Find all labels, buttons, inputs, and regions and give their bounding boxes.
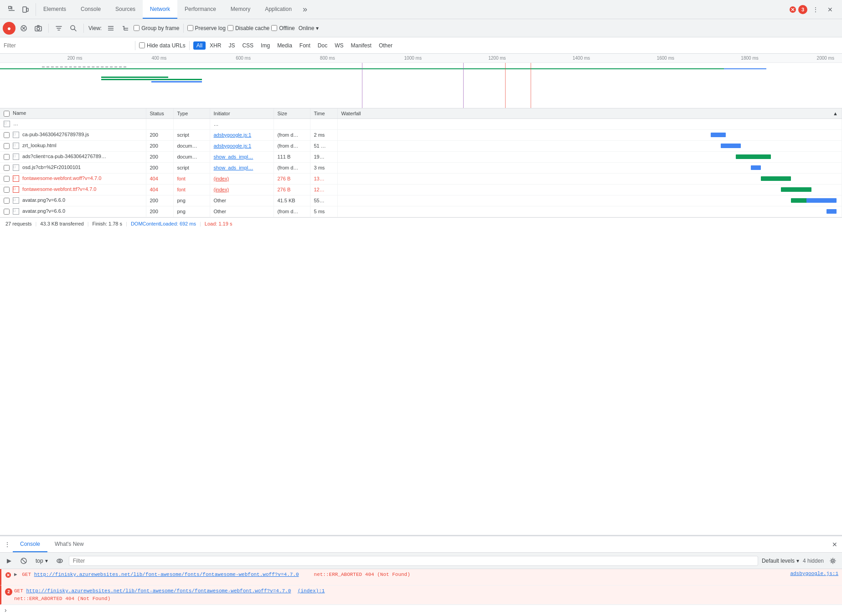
close-console-button[interactable]: ✕ [829,539,840,550]
disable-cache-label[interactable]: Disable cache [235,25,269,31]
tab-console[interactable]: Console [73,0,108,19]
col-size[interactable]: Size [274,108,310,118]
context-select[interactable]: top ▾ [33,557,51,565]
table-row-error[interactable]: □ fontawesome-webfont.woff?v=4.7.0 404 f… [0,173,842,184]
initiator-link[interactable]: (index) [214,176,229,181]
filter-type-js[interactable]: JS [225,41,238,50]
console-prompt-input[interactable] [11,607,838,614]
filter-button[interactable] [52,22,65,35]
table-row[interactable]: □ zrt_lookup.html 200 docum… adsbygoogle… [0,140,842,151]
tab-network[interactable]: Network [143,0,177,19]
console-settings-button[interactable] [827,555,838,566]
table-row[interactable]: □ … … [0,118,842,129]
filter-type-manifest[interactable]: Manifest [348,41,375,50]
tl-gray-dashed [42,67,126,67]
network-throttle-select[interactable]: Online ▾ [297,25,321,31]
tl-vline-purple [362,63,362,108]
offline-label[interactable]: Offline [279,25,294,31]
col-initiator[interactable]: Initiator [210,108,274,118]
row-time: 3 ms [310,162,337,173]
svg-rect-0 [9,6,11,9]
list-view-button[interactable] [104,22,117,35]
filter-type-media[interactable]: Media [274,41,295,50]
execute-button[interactable]: ▶ [4,555,15,566]
prompt-icon: › [4,607,7,614]
collapse-arrow[interactable]: ▶ [14,572,17,577]
col-status[interactable]: Status [146,108,173,118]
error-source-2a[interactable]: (index):1 [294,588,325,594]
tab-memory[interactable]: Memory [223,0,258,19]
disable-cache-checkbox[interactable] [227,25,233,31]
col-name[interactable]: Name [0,108,146,118]
row-checkbox[interactable] [4,165,10,171]
tree-view-button[interactable] [119,22,132,35]
tab-bar-right: 3 ⋮ ✕ [789,3,840,16]
error-source-1[interactable]: adsbygoogle.js:1 [786,571,838,576]
table-container[interactable]: Name Status Type Initiator Size Time Wat… [0,108,842,217]
filter-type-xhr[interactable]: XHR [207,41,224,50]
row-initiator: Other [210,195,274,206]
row-checkbox[interactable] [4,143,10,149]
filter-type-other[interactable]: Other [376,41,396,50]
table-row[interactable]: □ ads?client=ca-pub-3463064276789… 200 d… [0,151,842,162]
device-toggle-icon[interactable] [19,3,32,16]
table-row[interactable]: □ osd.js?cb=%2Fr20100101 200 script show… [0,162,842,173]
console-menu-icon[interactable]: ⋮ [2,539,13,550]
row-checkbox[interactable] [4,154,10,160]
network-timeline: 200 ms 400 ms 600 ms 800 ms 1000 ms 1200… [0,54,842,108]
inspect-icon[interactable] [5,3,18,16]
group-by-frame-label[interactable]: Group by frame [141,25,179,31]
filter-type-ws[interactable]: WS [331,41,346,50]
filter-type-img[interactable]: Img [258,41,273,50]
initiator-link[interactable]: show_ads_impl… [214,165,253,170]
row-checkbox[interactable] [4,132,10,138]
tick-600: 600 ms [236,56,251,61]
table-row[interactable]: □ ca-pub-3463064276789789.js 200 script … [0,129,842,140]
filter-type-css[interactable]: CSS [239,41,257,50]
row-checkbox[interactable] [4,198,10,204]
more-options-button[interactable]: ⋮ [809,3,822,16]
clear-button[interactable] [17,22,30,35]
tab-performance[interactable]: Performance [177,0,223,19]
row-checkbox[interactable] [4,209,10,215]
console-tab-console[interactable]: Console [13,536,47,552]
tab-sources[interactable]: Sources [108,0,143,19]
table-row[interactable]: □ avatar.png?v=6.6.0 200 png Other (from… [0,206,842,217]
select-all-checkbox[interactable] [4,111,10,117]
filter-type-font[interactable]: Font [296,41,314,50]
more-tabs-button[interactable]: » [299,0,311,19]
filter-type-all[interactable]: All [193,41,206,50]
eye-button[interactable] [54,555,65,566]
filter-input[interactable] [4,42,131,49]
initiator-link[interactable]: adsbygoogle.js:1 [214,143,252,149]
row-type: png [173,206,210,217]
hide-data-urls-checkbox[interactable] [139,42,145,48]
tab-elements[interactable]: Elements [36,0,73,19]
search-button[interactable] [67,22,80,35]
row-checkbox[interactable] [4,187,10,193]
tab-application[interactable]: Application [258,0,299,19]
col-waterfall[interactable]: Waterfall ▲ [337,108,842,118]
col-time[interactable]: Time [310,108,337,118]
error-url-1[interactable]: http://finisky.azurewebsites.net/lib/fon… [34,572,299,577]
col-type[interactable]: Type [173,108,210,118]
console-filter-input[interactable] [69,556,758,566]
camera-button[interactable] [32,22,45,35]
group-by-frame-checkbox[interactable] [134,25,139,31]
row-checkbox[interactable] [4,176,10,182]
close-devtools-button[interactable]: ✕ [824,3,837,16]
filter-type-doc[interactable]: Doc [315,41,331,50]
record-button[interactable]: ● [3,22,15,35]
table-row-error[interactable]: □ fontawesome-webfont.ttf?v=4.7.0 404 fo… [0,184,842,195]
error-url-2[interactable]: http://finisky.azurewebsites.net/lib/fon… [26,588,291,594]
console-levels-select[interactable]: Default levels ▾ [762,558,799,564]
offline-checkbox[interactable] [271,25,277,31]
row-waterfall [337,129,842,140]
table-row[interactable]: □ avatar.png?v=6.6.0 200 png Other 41.5 … [0,195,842,206]
initiator-link[interactable]: adsbygoogle.js:1 [214,132,252,138]
initiator-link[interactable]: (index) [214,187,229,192]
block-console-button[interactable] [18,555,29,566]
preserve-log-checkbox[interactable] [187,25,193,31]
initiator-link[interactable]: show_ads_impl… [214,154,253,159]
console-tab-whats-new[interactable]: What's New [47,536,91,552]
